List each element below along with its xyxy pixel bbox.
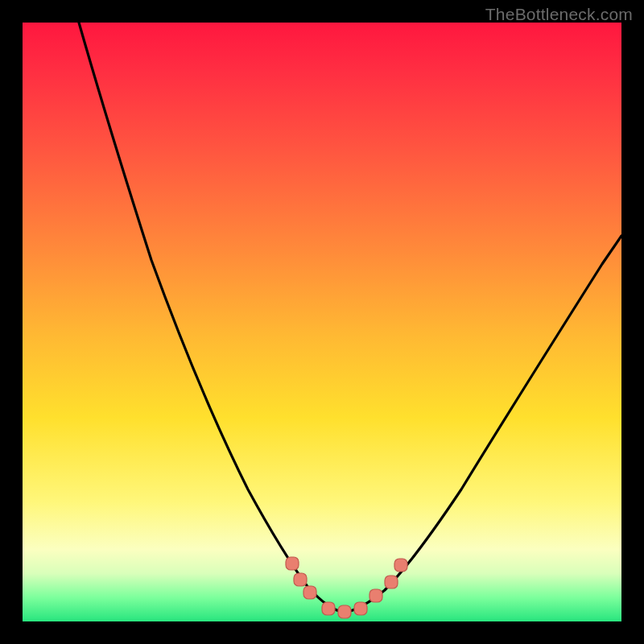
- bead-marker: [369, 589, 382, 602]
- chart-frame: TheBottleneck.com: [0, 0, 644, 644]
- bead-marker: [394, 559, 407, 572]
- bead-marker: [354, 602, 367, 615]
- watermark-text: TheBottleneck.com: [485, 5, 633, 24]
- bead-group: [286, 557, 407, 618]
- bottleneck-curve: [79, 23, 621, 613]
- bead-marker: [294, 573, 307, 586]
- bead-marker: [385, 576, 398, 588]
- bead-marker: [303, 586, 316, 599]
- curve-layer: [23, 23, 621, 621]
- bead-marker: [338, 605, 351, 618]
- plot-area: [23, 23, 621, 621]
- bead-marker: [286, 557, 299, 570]
- bead-marker: [322, 602, 335, 615]
